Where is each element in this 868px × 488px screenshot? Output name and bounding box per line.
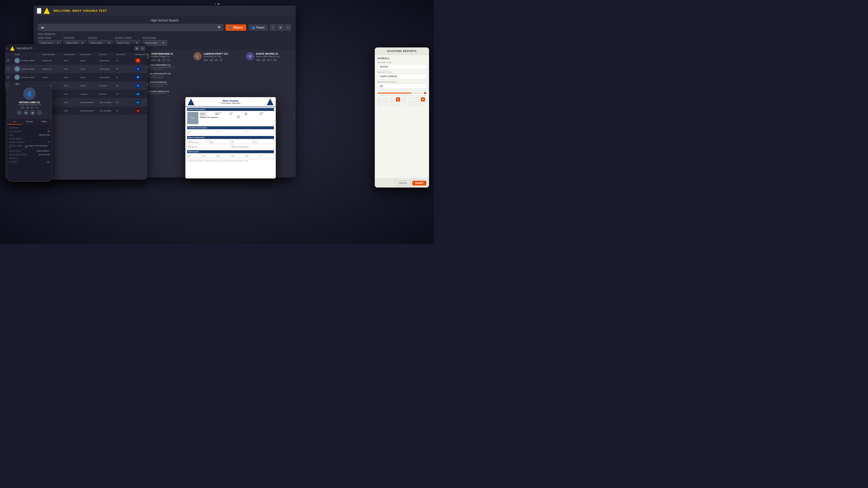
players-tab-button[interactable]: 👤 Players xyxy=(225,24,246,31)
liam-stats-row: 2023 QB 165 6'3 xyxy=(150,68,184,70)
scouting-header: SCOUTING REPORTS xyxy=(375,47,429,55)
ryan-pos: QB xyxy=(154,86,157,88)
scouting-icon-grid: ▭ ▫ ◻ ◼ ▭ ▫ ◻ ◼ ▭ ▫ ◻ ▭ ▫ ◻ ▭ ▫ xyxy=(377,97,426,106)
phone-action-2[interactable]: 🐦 xyxy=(23,110,29,116)
tablet-icon-2[interactable]: ✎ xyxy=(140,46,145,51)
table-row[interactable]: T Tomberlin, Ryker lhp HS 2023 Duval Jac… xyxy=(5,73,147,82)
th-state: HS State xyxy=(116,54,134,56)
player-row-liam[interactable]: L LIAM SHEPHERD #12 Memphis University S… xyxy=(141,63,188,71)
tcr-cell-field: Cell (559) 381-5380 xyxy=(187,144,230,148)
phone-info-row-coach-phone: COACH CELL PHONE (607) 342-4566 xyxy=(9,153,50,157)
tcr-info-block: First Name Nathan Last Name Lamb Grad 12… xyxy=(200,112,274,124)
search-input-wrap: 🔍 xyxy=(38,24,223,31)
icon-grid-item-5[interactable]: ▭ xyxy=(402,97,406,101)
icon-grid-item-4[interactable]: ◼ xyxy=(396,97,400,101)
icon-grid-item-2[interactable]: ▫ xyxy=(383,97,388,101)
view-icons: ✓ ⊞ ≡ xyxy=(270,24,291,31)
phone-tab-reports[interactable]: Reports xyxy=(22,119,37,125)
player-row-ryan[interactable]: R RYAN STAUB #16 Sierra Canyon HS, CA 20… xyxy=(141,80,188,88)
check-view-button[interactable]: ✓ xyxy=(270,24,276,31)
row-county: Northumberland xyxy=(81,101,98,103)
grad-label: Grad xyxy=(230,112,244,113)
ht-label: HT CODE xyxy=(9,161,17,163)
icon-grid-item-6[interactable]: ▫ xyxy=(408,97,412,101)
board-label: BOARD GRADE xyxy=(9,138,22,139)
player-row-caden[interactable]: C CADEN OBNOLZ #4 Timberview HS, TX › xyxy=(141,89,188,96)
row-state: TX xyxy=(116,93,134,95)
icon-grid-item-9[interactable]: ▭ xyxy=(377,102,381,106)
icon-grid-item-11[interactable]: ◻ xyxy=(390,102,394,106)
table-row[interactable]: T Tomberlin, Ryker Wolfson HS 2023 Duval… xyxy=(5,57,147,65)
phone-tabs: Bio Reports Offers xyxy=(7,119,52,125)
search-input[interactable] xyxy=(38,24,223,31)
tcr-city: City Tulare xyxy=(209,140,230,144)
tcr-field-pos: Pos QB xyxy=(245,112,259,115)
tcr-general-title: General Information xyxy=(187,108,274,111)
icon-grid-item-10[interactable]: ▫ xyxy=(383,102,388,106)
icon-grid-item-13[interactable]: ▫ xyxy=(402,102,406,106)
icon-grid-item-7[interactable]: ◻ xyxy=(414,97,418,101)
teams-icon: 👥 xyxy=(252,26,255,29)
row-checkbox[interactable] xyxy=(7,59,9,62)
tcr-address1: Address 1 632 N Arbor Drive xyxy=(187,140,209,144)
tcr-address1-val: 632 N Arbor Drive xyxy=(188,142,199,143)
caden-school: Timberview HS, TX xyxy=(150,93,184,95)
player-5-next[interactable]: › xyxy=(293,113,294,117)
icon-grid-item-3[interactable]: ◻ xyxy=(390,97,394,101)
college-pos-label: COLLEGE POS xyxy=(9,131,22,132)
row-checkbox[interactable] xyxy=(7,76,9,78)
team-logo-memphis: M xyxy=(135,75,141,80)
icon-grid-item-15[interactable]: ▭ xyxy=(414,102,418,106)
row-checkbox[interactable] xyxy=(7,68,9,70)
p4-height: 183 xyxy=(215,59,218,61)
ryan-year: 2023 xyxy=(150,86,154,88)
report-type-value[interactable]: SENIOR xyxy=(377,64,426,69)
scouting-submit-button[interactable]: SUBMIT xyxy=(412,181,426,186)
tcr-state2-val: CA xyxy=(231,142,233,143)
tablet-back-button[interactable]: ‹ xyxy=(7,46,8,50)
scouting-cancel-button[interactable]: CANCEL xyxy=(395,181,410,186)
tcr-bmi-val: 5.06 xyxy=(217,156,220,157)
icon-grid-item-14[interactable]: ◻ xyxy=(408,102,412,106)
phone-pos: QB xyxy=(26,107,29,109)
icon-grid-item-16[interactable]: ▫ xyxy=(421,102,425,106)
search-button[interactable]: 🔍 xyxy=(218,26,221,29)
phone: 👤 NATHAN LAMB #12 College of the Sequoia… xyxy=(7,85,52,182)
tcr-field-rating: Rating 3.5 xyxy=(260,112,274,115)
hs-value: College of the Sequoias xyxy=(200,117,218,118)
tcr-clean-val: ... xyxy=(260,156,262,157)
state-label: State xyxy=(237,115,274,117)
phone-action-4[interactable]: ⋯ xyxy=(37,110,42,116)
position-value[interactable]: QB xyxy=(377,84,426,89)
phone-action-1[interactable]: ↗ xyxy=(17,110,22,116)
list-view-button[interactable]: ≡ xyxy=(285,24,291,31)
report-type2-value[interactable]: CAMP/COMBINE xyxy=(377,74,426,79)
player-row-hilshon[interactable]: H HILSHON BAILEY #13 Ellsworth CC, IA 20… xyxy=(141,72,188,80)
hamburger-button[interactable]: ☰ xyxy=(37,8,41,14)
table-row[interactable]: T Tomberlin, Ryker Wolfson HS 2023 Duval… xyxy=(5,65,147,73)
phone-tab-offers[interactable]: Offers xyxy=(37,119,52,125)
hilshon-stats-row: 2023 QB 195 6'0 xyxy=(150,77,184,79)
tablet-icon-1[interactable]: ⊞ xyxy=(134,46,139,51)
phone-info-row-jersey: HS JERSEY #12 xyxy=(9,126,50,130)
row-school: Wolfson HS xyxy=(42,60,63,62)
phone-height: 6'3 xyxy=(31,107,33,109)
tcr-title-center: West Virginia TCR Player Summary xyxy=(221,99,241,104)
tablet-results-text: 1000 RESULTS xyxy=(17,47,32,50)
icon-grid-item-12[interactable]: ▭ xyxy=(396,102,400,106)
hilshon-school: Ellsworth CC, IA xyxy=(150,75,184,77)
phone-info-row-board: BOARD GRADE xyxy=(9,137,50,140)
scouting-slider-1[interactable] xyxy=(377,93,426,94)
icon-grid-item-1[interactable]: ▭ xyxy=(377,97,381,101)
row-year: 2023 xyxy=(64,68,80,70)
card-view-button[interactable]: ⊞ xyxy=(277,24,284,31)
phone-action-3[interactable]: ▶ xyxy=(30,110,35,116)
icon-grid-item-8[interactable]: ◼ xyxy=(421,97,425,101)
phone-tab-bio[interactable]: Bio xyxy=(7,119,22,125)
team-logo-uconn2: U xyxy=(135,83,141,88)
row-county: Northumberland xyxy=(81,110,98,112)
teams-tab-button[interactable]: 👥 Teams xyxy=(248,24,268,31)
liam-year: 2023 xyxy=(150,68,154,70)
liam-name: LIAM SHEPHERD #12 xyxy=(150,64,184,66)
scouting-report-type2-field: REPORT TYPE * CAMP/COMBINE xyxy=(377,71,426,79)
